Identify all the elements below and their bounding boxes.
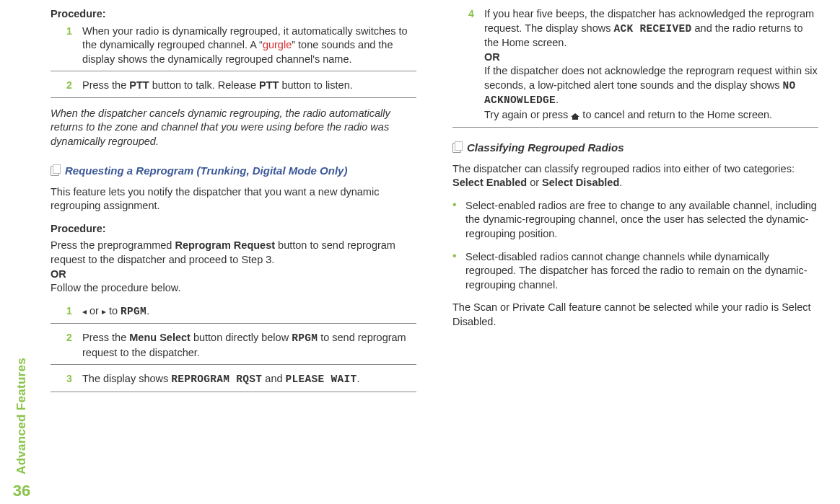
left-column: Procedure: 1 When your radio is dynamica… <box>51 7 416 497</box>
step-number: 2 <box>66 331 82 364</box>
section-heading-reprogram: Requesting a Reprogram (Trunking, Digita… <box>51 164 416 178</box>
step-2: 2 Press the PTT button to talk. Release … <box>51 79 416 98</box>
step-number: 2 <box>66 79 82 97</box>
step-number: 3 <box>66 372 82 392</box>
section-title: Classifying Regrouped Radios <box>467 141 624 155</box>
step-r3: 3 The display shows REPROGRAM RQST and P… <box>51 372 416 392</box>
step-r1: 1 ◂ or ▸ to RPGM. <box>51 304 416 324</box>
document-icon <box>51 166 59 176</box>
bullet-item: • Select-enabled radios are free to chan… <box>452 199 818 242</box>
feature-description: This feature lets you notify the dispatc… <box>51 185 416 213</box>
step-r2: 2 Press the Menu Select button directly … <box>51 331 416 365</box>
document-icon <box>452 143 461 153</box>
step-text: Press the Menu Select button directly be… <box>82 331 416 364</box>
section-title: Requesting a Reprogram (Trunking, Digita… <box>65 164 347 178</box>
procedure-alt-intro: Press the preprogrammed Reprogram Reques… <box>51 239 416 267</box>
step-number: 4 <box>468 7 484 127</box>
scan-note: The Scan or Private Call feature cannot … <box>452 301 818 329</box>
or-label: OR <box>484 51 500 63</box>
bullet-item: • Select-disabled radios cannot change c… <box>452 250 818 293</box>
section-name: Advanced Features <box>14 358 29 474</box>
sidebar: Advanced Features 36 <box>0 0 43 504</box>
or-label: OR <box>51 268 416 282</box>
section-heading-classify: Classifying Regrouped Radios <box>452 141 818 155</box>
page-number: 36 <box>13 482 30 500</box>
classify-description: The dispatcher can classify regrouped ra… <box>452 162 818 190</box>
content-area: Procedure: 1 When your radio is dynamica… <box>43 0 840 504</box>
cancel-note: When the dispatcher cancels dynamic regr… <box>51 107 416 149</box>
bullet-text: Select-disabled radios cannot change cha… <box>465 250 818 293</box>
bullet-icon: • <box>452 250 465 293</box>
bullet-text: Select-enabled radios are free to change… <box>465 199 818 242</box>
step-number: 1 <box>66 304 82 324</box>
step-text: Press the PTT button to talk. Release PT… <box>82 79 416 97</box>
procedure-label: Procedure: <box>51 222 416 236</box>
step-number: 1 <box>66 25 82 71</box>
step-1: 1 When your radio is dynamically regroup… <box>51 25 416 72</box>
procedure-label: Procedure: <box>51 7 416 22</box>
gurgle-text: gurgle <box>263 39 292 50</box>
follow-text: Follow the procedure below. <box>51 281 416 296</box>
step-text: ◂ or ▸ to RPGM. <box>82 304 416 324</box>
bullet-icon: • <box>452 199 465 242</box>
step-text: When your radio is dynamically regrouped… <box>82 25 416 71</box>
home-icon <box>571 111 579 120</box>
step-r4: 4 If you hear five beeps, the dispatcher… <box>452 7 818 128</box>
step-text: The display shows REPROGRAM RQST and PLE… <box>82 372 416 392</box>
right-column: 4 If you hear five beeps, the dispatcher… <box>452 7 818 497</box>
step-text: If you hear five beeps, the dispatcher h… <box>484 7 818 127</box>
